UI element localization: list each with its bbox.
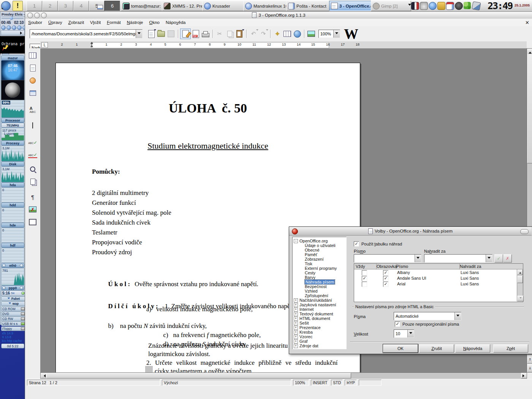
- nonprop-checkbox[interactable]: [395, 321, 400, 327]
- pager-desktop-5[interactable]: 5: [89, 1, 104, 11]
- menu-soubor[interactable]: Soubor: [25, 20, 45, 25]
- fonts-combobox[interactable]: Automatické: [394, 312, 461, 320]
- export-pdf-button[interactable]: [191, 29, 201, 39]
- eject-button[interactable]: [21, 317, 25, 320]
- font-combobox[interactable]: [354, 254, 421, 263]
- status-selection-mode[interactable]: STD: [331, 380, 343, 386]
- tree-item[interactable]: Paměť: [305, 252, 317, 257]
- xmms-prev-icon[interactable]: [1, 25, 6, 30]
- zoom-combobox[interactable]: 100%: [318, 30, 340, 38]
- insert-button[interactable]: [28, 51, 38, 60]
- xmms-play-icon[interactable]: [6, 25, 11, 30]
- scroll-left-button[interactable]: [41, 373, 47, 378]
- col-header-pismo[interactable]: Písmo: [395, 264, 460, 269]
- gkrellm-hostname[interactable]: mazur: [1, 55, 24, 60]
- undo-button[interactable]: ↶: [249, 29, 258, 39]
- redo-button[interactable]: ↷: [258, 29, 268, 39]
- knotes-icon[interactable]: !: [13, 1, 23, 11]
- new-document-button[interactable]: [146, 29, 156, 39]
- always-checkbox[interactable]: [362, 276, 367, 281]
- eth0-panel-label[interactable]: eth0: [1, 263, 24, 268]
- volume-icon[interactable]: [455, 2, 463, 10]
- paket-button[interactable]: Paket: [1, 296, 26, 301]
- options-tree[interactable]: −OpenOffice.org Údaje o uživateli Obecné…: [292, 237, 347, 349]
- previous-page-button[interactable]: ⇑: [527, 355, 532, 364]
- close-document-icon[interactable]: ✕: [525, 20, 529, 25]
- insert-autotext-button[interactable]: AABC: [28, 105, 38, 115]
- eject-button[interactable]: [21, 312, 25, 315]
- tree-root-label[interactable]: OpenOffice.org: [299, 239, 328, 243]
- proc-panel-label[interactable]: Procesy: [1, 141, 24, 146]
- horizontal-scroll-thumb[interactable]: [46, 373, 351, 378]
- device-usb[interactable]: USB M s s: [1, 321, 26, 326]
- taskbar-item-kontact[interactable]: Pošta - Kontact: [286, 1, 332, 11]
- tree-collapse-icon[interactable]: −: [294, 239, 298, 243]
- table-scroll-down[interactable]: [517, 296, 524, 301]
- taskbar-item-openoffice[interactable]: 3 - OpenOffice.or: [329, 1, 374, 11]
- xmms-seek-knob[interactable]: [10, 17, 13, 20]
- xmms-seek-slider[interactable]: [2, 18, 24, 19]
- xmms-pause-icon[interactable]: [12, 25, 16, 30]
- menu-upravy[interactable]: Úpravy: [45, 20, 65, 25]
- tree-expand-icon[interactable]: +: [294, 326, 298, 330]
- applet-handle-caret-icon[interactable]: [1, 8, 4, 11]
- tree-branch-label[interactable]: Vzorec: [299, 334, 312, 339]
- tree-branch-label[interactable]: HTML dokument: [299, 316, 330, 321]
- hyperlink-button[interactable]: [292, 29, 302, 39]
- menu-nastroje[interactable]: Nástroje: [124, 20, 146, 25]
- horizontal-scrollbar[interactable]: [40, 372, 527, 379]
- dialog-maximize-button[interactable]: [520, 229, 529, 234]
- insert-object-button[interactable]: [28, 76, 38, 86]
- window-titlebar[interactable]: 3 - OpenOffice.org 1.1.3: [25, 11, 532, 19]
- tree-item[interactable]: Cesty: [305, 271, 315, 275]
- tree-branch-label[interactable]: Prezentace: [299, 325, 321, 330]
- pager-desktop-6[interactable]: 6: [104, 1, 120, 11]
- taskbar-overflow-caret-icon[interactable]: [408, 4, 411, 7]
- taskbar-item-konsole[interactable]: tomas@mazur: /h: [121, 1, 165, 11]
- screen-checkbox[interactable]: [383, 270, 388, 276]
- always-checkbox[interactable]: [362, 282, 367, 287]
- edit-file-button[interactable]: [180, 28, 191, 39]
- url-dropdown-icon[interactable]: [136, 30, 142, 38]
- cancel-button[interactable]: Zrušit: [419, 344, 454, 353]
- tree-expand-icon[interactable]: +: [294, 344, 298, 348]
- menu-okno[interactable]: Okno: [146, 20, 163, 25]
- fonts-combo-dropdown-icon[interactable]: [454, 312, 461, 320]
- scroll-right-button[interactable]: [521, 373, 527, 378]
- pager-desktop-2[interactable]: 2: [42, 1, 58, 11]
- dialog-titlebar[interactable]: Volby - OpenOffice.org - Náhrada písem: [289, 227, 532, 236]
- table-scroll-thumb[interactable]: [517, 276, 523, 283]
- eject-button[interactable]: [21, 307, 25, 310]
- kopete-icon[interactable]: [429, 2, 437, 10]
- dialog-close-button[interactable]: [292, 228, 298, 234]
- screen-checkbox[interactable]: [383, 276, 388, 281]
- nonprinting-chars-button[interactable]: ¶: [28, 192, 38, 202]
- save-button[interactable]: [166, 29, 176, 39]
- help-button[interactable]: Nápověda: [455, 344, 490, 353]
- quickstarter-tray-icon[interactable]: [472, 1, 481, 10]
- status-insert-mode[interactable]: INSERT: [311, 380, 329, 386]
- vertical-scroll-thumb[interactable]: [527, 54, 532, 163]
- status-hyperlink-mode[interactable]: HYP: [345, 380, 357, 386]
- tree-item[interactable]: Zobrazení: [305, 257, 324, 261]
- cpu-panel-label[interactable]: Procesor: [1, 118, 24, 123]
- status-page[interactable]: Strana 12 1 / 2: [27, 380, 160, 386]
- tree-item[interactable]: Vzhled: [305, 289, 318, 293]
- print-button[interactable]: [201, 29, 211, 39]
- status-zoom[interactable]: 100%: [293, 380, 309, 386]
- menu-napoveda[interactable]: Nápověda: [163, 20, 188, 25]
- menu-zobrazit[interactable]: Zobrazit: [65, 20, 87, 25]
- licq-icon[interactable]: [464, 2, 471, 9]
- form-functions-button[interactable]: [28, 88, 38, 98]
- tree-item[interactable]: Bezpečnost: [305, 284, 326, 289]
- tree-branch-label[interactable]: Zdroje dat: [299, 344, 318, 348]
- taskbar-item-gimp[interactable]: Gimp [2]: [371, 1, 411, 11]
- apply-replacement-button[interactable]: ✓: [494, 254, 503, 263]
- device-cdrw[interactable]: CD RW: [1, 317, 26, 321]
- nonprop-row[interactable]: Pouze neproporcionální písma: [395, 321, 459, 327]
- delete-replacement-button[interactable]: ✗: [503, 254, 512, 263]
- always-checkbox[interactable]: [362, 270, 367, 276]
- device-floppy[interactable]: Floppy: [1, 326, 26, 331]
- screensaver-terminal-window[interactable]: Ochrana pr: [0, 36, 25, 54]
- tree-expand-icon[interactable]: +: [294, 312, 298, 316]
